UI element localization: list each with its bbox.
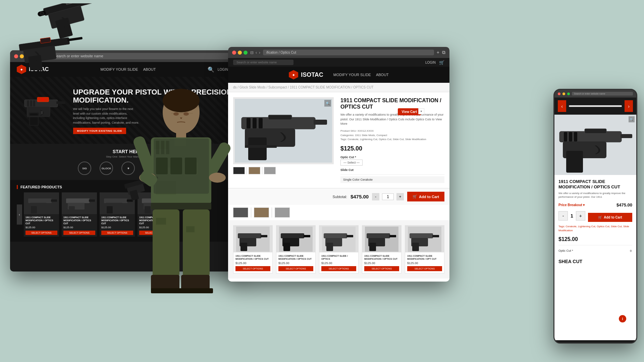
mobile-prev-arrow[interactable]: ‹ xyxy=(558,100,566,112)
mobile-cart-row: - 1 + 🛒 Add to Cart xyxy=(558,210,632,222)
slide-cut-row: Slide Cut xyxy=(340,166,444,175)
middle-close-btn[interactable] xyxy=(232,51,236,55)
mobile-close-btn[interactable] xyxy=(558,93,560,95)
thumb-1[interactable] xyxy=(254,207,269,218)
middle-new-tab-icon[interactable]: + xyxy=(437,50,439,55)
zoom-icon[interactable]: 🔍 xyxy=(324,100,331,107)
mobile-qty-increase[interactable]: + xyxy=(576,211,585,221)
prod-item-img-3 xyxy=(362,226,401,252)
swatch-black[interactable] xyxy=(233,167,245,174)
product-card-title-3: 1911 COMPACT SLIDE MODIFICATION / OPTICS… xyxy=(139,216,171,225)
view-cart-popup[interactable]: View Cart xyxy=(398,108,421,115)
mobile-url-bar[interactable]: Search or enter website name xyxy=(572,92,633,96)
product-card-img-3 xyxy=(138,192,173,214)
mid-nav-about[interactable]: ABOUT xyxy=(376,73,389,77)
cart-icon: 🛒 xyxy=(413,194,417,199)
prod-item-info-3: 1911 COMPACT SLIDE MODIFICATION / OPTICS… xyxy=(362,252,401,273)
product-card-btn-2[interactable]: Select Options xyxy=(101,231,133,235)
middle-forward-icon[interactable]: › xyxy=(259,50,260,55)
sig-logo[interactable]: SIG xyxy=(78,162,91,175)
swatch-tan[interactable] xyxy=(249,167,260,174)
sw-logo[interactable]: S&W xyxy=(164,162,177,175)
product-card-title-0: 1911 COMPACT SLIDE MODIFICATION / OPTICS… xyxy=(25,216,57,225)
svg-rect-121 xyxy=(574,132,577,141)
mobile-add-to-cart-button[interactable]: 🛒 Add to Cart xyxy=(588,213,632,222)
option1-label: Optic Cut * xyxy=(340,156,444,159)
qty-increase-btn[interactable]: + xyxy=(396,193,404,200)
prod-item-btn-0[interactable]: Select Options xyxy=(235,266,270,271)
product-sku: Product SKU: XXX12.XXXX xyxy=(340,129,444,133)
glock-logo[interactable]: GLOCK xyxy=(100,162,113,175)
svg-rect-17 xyxy=(30,113,38,125)
svg-rect-46 xyxy=(268,115,292,120)
svg-rect-24 xyxy=(33,100,35,106)
middle-traffic-lights xyxy=(232,51,248,55)
middle-site-content: LOGIN 🛒 ◆ ISOTAC MODIFY YOUR SLIDE ABOUT… xyxy=(228,58,449,279)
mobile-qty-decrease[interactable]: - xyxy=(558,211,568,221)
prod-item-btn-2[interactable]: Select Options xyxy=(321,266,356,271)
prod-item-btn-1[interactable]: Select Options xyxy=(278,266,313,271)
thumb-0[interactable] xyxy=(233,207,248,218)
svg-rect-70 xyxy=(389,235,396,237)
middle-minimize-btn[interactable] xyxy=(238,51,242,55)
manufacturer-title: START HERE xyxy=(17,149,238,154)
1911-logo[interactable]: 1911 xyxy=(143,165,155,171)
middle-back-icon[interactable]: ‹ xyxy=(256,50,257,55)
qty-input[interactable] xyxy=(382,193,394,200)
manufacturer-section: START HERE Step One: Select Your Manufac… xyxy=(10,144,245,180)
mid-search-input[interactable] xyxy=(233,60,293,65)
view-cart-close-button[interactable]: × xyxy=(418,108,424,114)
product-card-btn-1[interactable]: Select Options xyxy=(63,231,95,235)
product-card-title-1: 1911 COMPACT SLIDE MODIFICATION / OPTICS… xyxy=(63,216,95,225)
login-text[interactable]: LOGIN xyxy=(218,68,228,71)
prod-item-1: 1911 COMPACT SLIDE MODIFICATION / OPTICS… xyxy=(276,225,316,274)
cart-icon[interactable]: 🛒 xyxy=(439,60,444,65)
hero-text-block: UPGRADE YOUR PISTOL WITH A PRECISION MOD… xyxy=(73,88,238,134)
svg-rect-35 xyxy=(107,206,113,214)
mobile-minimize-btn[interactable] xyxy=(562,93,565,95)
svg-rect-29 xyxy=(66,198,90,203)
swatch-gray[interactable] xyxy=(264,167,276,174)
single-color-cerakote[interactable]: Single Color Cerakote xyxy=(340,176,444,183)
product-thumbnails xyxy=(228,205,449,220)
hero-cta-button[interactable]: MODIFY YOUR EXISTING SLIDE xyxy=(73,128,126,134)
info-button[interactable]: i xyxy=(619,315,626,322)
svg-rect-45 xyxy=(248,137,267,160)
prod-item-btn-4[interactable]: Select Options xyxy=(407,266,442,271)
svg-rect-115 xyxy=(621,134,632,138)
nav-modify-slide[interactable]: MODIFY YOUR SLIDE xyxy=(101,67,138,71)
middle-sidebar-icon[interactable]: ⊟ xyxy=(250,50,254,55)
price-breakout-label[interactable]: Price Breakout ▾ xyxy=(558,203,585,207)
svg-rect-69 xyxy=(369,243,376,251)
prod-item-price-1: $125.00 xyxy=(278,261,313,265)
mobile-maximize-btn[interactable] xyxy=(567,93,570,95)
product-description: We offer a variety of modifications to g… xyxy=(340,113,444,126)
middle-maximize-btn[interactable] xyxy=(244,51,248,55)
bg-gun-image xyxy=(3,3,97,72)
mobile-option-expand-btn[interactable]: + xyxy=(630,248,632,253)
hero-description: We will help you take your firearm to th… xyxy=(73,107,140,125)
featured-grid: 1911 COMPACT SLIDE MODIFICATION / OPTICS… xyxy=(24,192,173,237)
product-card-btn-3[interactable]: Select Options xyxy=(139,231,171,235)
mobile-zoom-icon[interactable]: 🔍 xyxy=(629,116,635,122)
prod-item-img-4 xyxy=(405,226,444,252)
mobile-next-arrow[interactable]: › xyxy=(625,100,633,112)
qty-decrease-btn[interactable]: - xyxy=(372,193,379,200)
product-card-btn-0[interactable]: Select Options xyxy=(25,231,57,235)
svg-rect-60 xyxy=(304,235,310,237)
prod-item-btn-3[interactable]: Select Options xyxy=(364,266,399,271)
beretta-logo[interactable]: ⚜ xyxy=(121,162,135,175)
slide-cut-label: Slide Cut xyxy=(340,168,444,172)
search-icon[interactable]: 🔍 xyxy=(208,66,214,73)
svg-rect-64 xyxy=(326,243,333,251)
middle-copy-icon[interactable]: ⧉ xyxy=(442,50,445,55)
prev-button[interactable]: ‹ xyxy=(17,204,22,225)
svg-rect-9 xyxy=(67,37,83,41)
middle-url-bar[interactable]: ification / Optics Cut xyxy=(263,50,434,55)
thumb-2[interactable] xyxy=(275,207,290,218)
mid-nav-modify[interactable]: MODIFY YOUR SLIDE xyxy=(333,73,371,77)
add-to-cart-button[interactable]: 🛒 Add to Cart xyxy=(407,192,444,201)
login-btn[interactable]: LOGIN xyxy=(425,61,436,64)
nav-about[interactable]: ABOUT xyxy=(143,67,156,71)
product-card-3: 1911 COMPACT SLIDE MODIFICATION / OPTICS… xyxy=(138,192,173,237)
